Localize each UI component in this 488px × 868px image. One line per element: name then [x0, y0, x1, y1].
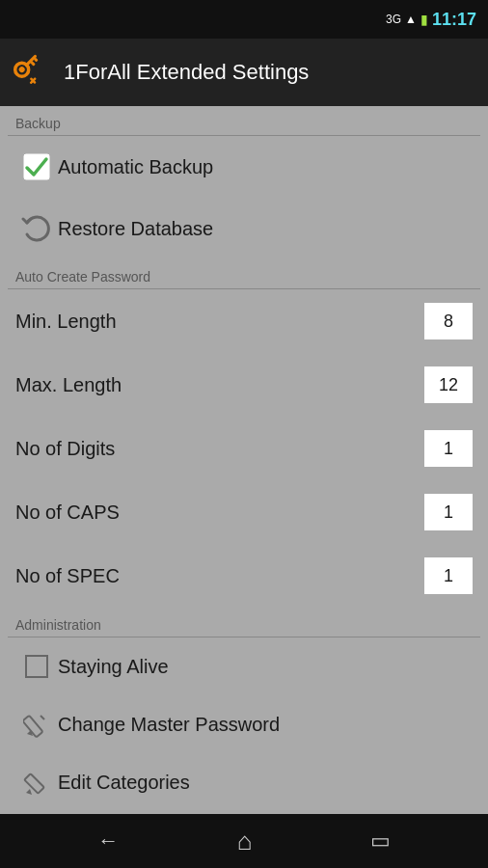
diamond-pencil-icon — [15, 769, 58, 796]
signal-bars-icon: ▲ — [405, 13, 417, 26]
no-of-spec-label: No of SPEC — [15, 565, 424, 587]
network-indicator: 3G — [386, 13, 401, 26]
no-of-spec-row[interactable]: No of SPEC 1 — [0, 544, 488, 608]
key-icon — [6, 45, 61, 100]
svg-rect-8 — [23, 716, 42, 738]
min-length-value[interactable]: 8 — [424, 303, 473, 339]
restore-database-label: Restore Database — [58, 218, 473, 240]
staying-alive-item[interactable]: Staying Alive — [0, 637, 488, 695]
max-length-value[interactable]: 12 — [424, 366, 473, 403]
no-of-digits-value[interactable]: 1 — [424, 430, 473, 467]
no-of-digits-label: No of Digits — [15, 438, 424, 460]
change-master-password-item[interactable]: Change Master Password — [0, 695, 488, 753]
app-header: 1ForAll Extended Settings — [0, 39, 488, 106]
svg-point-1 — [17, 66, 25, 73]
backup-section-header: Backup — [0, 106, 488, 135]
min-length-label: Min. Length — [15, 311, 424, 333]
edit-categories-label: Edit Categories — [58, 772, 473, 794]
max-length-row[interactable]: Max. Length 12 — [0, 353, 488, 417]
no-of-caps-row[interactable]: No of CAPS 1 — [0, 480, 488, 544]
app-title: 1ForAll Extended Settings — [64, 60, 309, 85]
svg-line-10 — [41, 716, 44, 719]
max-length-label: Max. Length — [15, 374, 424, 396]
no-of-spec-value[interactable]: 1 — [424, 557, 473, 594]
main-content: Backup Automatic Backup Restore Database… — [0, 106, 488, 814]
change-master-password-label: Change Master Password — [58, 714, 473, 736]
no-of-digits-row[interactable]: No of Digits 1 — [0, 417, 488, 480]
no-of-caps-value[interactable]: 1 — [424, 494, 473, 530]
clock: 11:17 — [432, 10, 476, 30]
administration-section-header: Administration — [0, 608, 488, 637]
battery-icon: ▮ — [420, 12, 428, 27]
checkmark-icon — [15, 151, 58, 182]
svg-marker-12 — [26, 789, 32, 795]
pencil-icon — [15, 711, 58, 738]
automatic-backup-item[interactable]: Automatic Backup — [0, 136, 488, 198]
min-length-row[interactable]: Min. Length 8 — [0, 289, 488, 353]
checkbox-empty-icon — [15, 655, 58, 678]
home-button[interactable]: ⌂ — [237, 827, 253, 856]
staying-alive-label: Staying Alive — [58, 656, 473, 678]
restore-database-item[interactable]: Restore Database — [0, 198, 488, 259]
restore-icon — [15, 213, 58, 244]
automatic-backup-label: Automatic Backup — [58, 156, 473, 178]
no-of-caps-label: No of CAPS — [15, 502, 424, 524]
edit-categories-item[interactable]: Edit Categories — [0, 753, 488, 811]
auto-create-password-section-header: Auto Create Password — [0, 259, 488, 288]
back-button[interactable]: ← — [97, 828, 119, 854]
svg-rect-11 — [24, 773, 44, 794]
bottom-navigation: ← ⌂ ▭ — [0, 814, 488, 868]
status-bar: 3G ▲ ▮ 11:17 — [0, 0, 488, 39]
recents-button[interactable]: ▭ — [370, 828, 391, 854]
